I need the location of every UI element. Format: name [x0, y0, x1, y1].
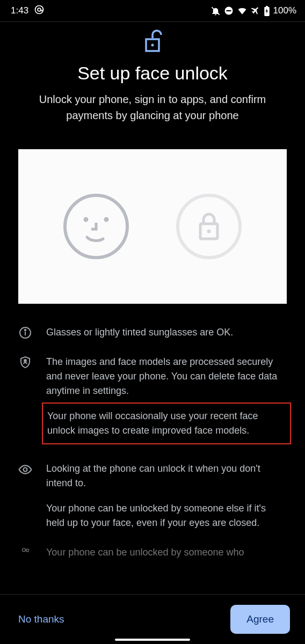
info-text: Your phone can be unlocked by someone el…: [46, 501, 287, 530]
svg-point-8: [151, 44, 154, 47]
svg-point-12: [178, 195, 240, 258]
no-thanks-button[interactable]: No thanks: [18, 613, 64, 625]
info-text: Looking at the phone can unlock it when …: [46, 462, 287, 491]
illustration-panel: [18, 149, 287, 304]
svg-point-10: [84, 217, 89, 222]
svg-point-11: [104, 217, 109, 222]
svg-rect-4: [226, 10, 231, 11]
highlighted-notice: Your phone will occasionally use your re…: [42, 402, 291, 444]
info-text: Your phone will occasionally use your re…: [47, 409, 286, 438]
page-title: Set up face unlock: [13, 63, 292, 84]
svg-point-17: [25, 330, 26, 331]
info-text: The images and face models are processed…: [46, 355, 287, 398]
unlock-icon: [13, 30, 292, 53]
info-icon: [18, 325, 32, 340]
agree-button[interactable]: Agree: [230, 605, 290, 634]
page-subtitle: Unlock your phone, sign in to apps, and …: [13, 91, 292, 123]
svg-point-1: [38, 8, 41, 11]
info-row-glasses: Glasses or lightly tinted sunglasses are…: [18, 325, 287, 340]
footer-bar: No thanks Agree: [0, 595, 305, 644]
at-sign-icon: [34, 4, 45, 18]
wifi-icon: [237, 5, 248, 16]
navigation-handle[interactable]: [115, 639, 190, 641]
info-row-privacy: The images and face models are processed…: [18, 355, 287, 447]
svg-point-14: [207, 230, 211, 233]
svg-point-21: [26, 549, 29, 552]
svg-rect-6: [266, 6, 268, 7]
eye-icon: [18, 462, 32, 530]
battery-percentage: 100%: [273, 5, 296, 16]
notifications-off-icon: [210, 6, 221, 16]
svg-point-19: [24, 468, 27, 472]
info-text: Glasses or lightly tinted sunglasses are…: [46, 325, 287, 340]
status-time: 1:43: [11, 5, 28, 16]
info-row-cutoff: Your phone can be unlocked by someone wh…: [18, 545, 287, 560]
lock-circle-icon: [174, 192, 244, 261]
people-icon: [18, 545, 32, 560]
airplane-mode-icon: [251, 6, 260, 16]
shield-icon: [18, 355, 32, 447]
svg-point-18: [24, 360, 26, 362]
main-content: Set up face unlock Unlock your phone, si…: [0, 22, 305, 560]
svg-point-20: [23, 548, 26, 552]
info-text: Your phone can be unlocked by someone wh…: [46, 545, 287, 560]
status-bar: 1:43 100%: [0, 0, 305, 21]
do-not-disturb-icon: [224, 6, 234, 16]
battery-icon: [264, 6, 270, 16]
info-row-looking: Looking at the phone can unlock it when …: [18, 462, 287, 530]
face-icon: [61, 192, 131, 261]
